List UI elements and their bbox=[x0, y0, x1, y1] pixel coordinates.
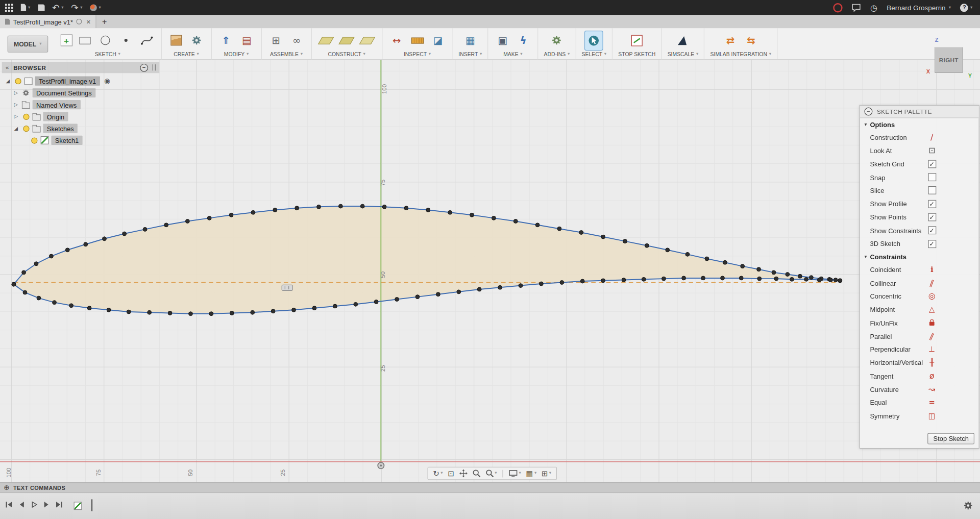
expand-text-commands-icon[interactable]: ⊕ bbox=[4, 484, 9, 491]
spline-point[interactable] bbox=[721, 276, 725, 280]
timeline-position-marker[interactable] bbox=[91, 499, 92, 511]
timeline-sketch-feature[interactable] bbox=[74, 501, 82, 512]
spline-point[interactable] bbox=[426, 208, 430, 212]
spline-point[interactable] bbox=[685, 252, 690, 256]
spline-point[interactable] bbox=[230, 311, 234, 315]
spline-point[interactable] bbox=[127, 310, 131, 314]
bulb-icon[interactable] bbox=[22, 113, 30, 119]
spline-icon[interactable] bbox=[138, 31, 155, 50]
equal-icon[interactable]: = bbox=[929, 399, 935, 407]
zoom-button[interactable] bbox=[471, 468, 482, 478]
spline-point[interactable] bbox=[601, 235, 605, 239]
spline-point[interactable] bbox=[415, 295, 420, 299]
redo-button[interactable]: ↷▾ bbox=[71, 3, 82, 12]
show-profile-checkbox[interactable]: ✓ bbox=[928, 200, 936, 208]
collapse-panel-icon[interactable]: « bbox=[6, 64, 9, 70]
spline-point[interactable] bbox=[539, 282, 543, 286]
look-at-icon[interactable]: ⊡ bbox=[928, 146, 935, 155]
spline-point[interactable] bbox=[251, 210, 255, 214]
spline-point[interactable] bbox=[828, 278, 832, 282]
fix-unfix-icon[interactable] bbox=[929, 319, 935, 327]
spline-point[interactable] bbox=[772, 270, 776, 275]
user-menu[interactable]: Bernard Grosperrin ▾ bbox=[887, 4, 951, 11]
panel-grip[interactable] bbox=[153, 64, 156, 70]
spline-point[interactable] bbox=[448, 210, 452, 214]
help-menu[interactable]: ? ▾ bbox=[960, 4, 972, 12]
spline-point[interactable] bbox=[23, 290, 27, 294]
spline-point[interactable] bbox=[292, 308, 296, 312]
spline-point[interactable] bbox=[622, 278, 626, 282]
previous-button[interactable] bbox=[17, 501, 26, 509]
save-button[interactable] bbox=[38, 4, 44, 11]
measure-icon[interactable]: ↔ bbox=[388, 31, 405, 50]
plane-offset-icon[interactable] bbox=[317, 31, 335, 50]
file-button[interactable]: ▾ bbox=[20, 4, 30, 11]
spline-point[interactable] bbox=[65, 248, 69, 252]
spline-point[interactable] bbox=[642, 277, 646, 281]
spline-point[interactable] bbox=[513, 219, 518, 224]
parallel-icon[interactable]: ∥ bbox=[930, 332, 934, 340]
spline-point[interactable] bbox=[498, 285, 502, 289]
simlab-import-icon[interactable]: ⇆ bbox=[742, 31, 760, 50]
curvature-icon[interactable]: ↝ bbox=[928, 385, 935, 393]
spline-point[interactable] bbox=[12, 282, 16, 286]
dimension-widget-icon[interactable] bbox=[282, 285, 292, 290]
spline-point[interactable] bbox=[601, 279, 605, 283]
spline-point[interactable] bbox=[519, 284, 523, 288]
spline-point[interactable] bbox=[122, 232, 127, 236]
spline-point[interactable] bbox=[804, 277, 808, 281]
undo-button[interactable]: ↶▾ bbox=[52, 3, 63, 12]
spline-point[interactable] bbox=[809, 276, 813, 280]
spline-point[interactable] bbox=[741, 264, 745, 268]
spline-point[interactable] bbox=[338, 204, 342, 208]
spline-point[interactable] bbox=[579, 231, 583, 235]
spline-point[interactable] bbox=[229, 213, 233, 217]
spline-point[interactable] bbox=[84, 242, 88, 246]
construction-icon[interactable]: ∕ bbox=[930, 133, 933, 141]
toolbar-group-label-stop-sketch[interactable]: STOP SKETCH bbox=[618, 51, 655, 57]
snap-checkbox[interactable] bbox=[928, 173, 936, 181]
toolbar-group-label-modify[interactable]: MODIFY▾ bbox=[224, 51, 249, 57]
new-component-icon[interactable]: ⊞ bbox=[267, 31, 285, 50]
bulb-icon[interactable] bbox=[30, 137, 38, 143]
press-pull-icon[interactable]: ⇑ bbox=[217, 31, 235, 50]
spline-point[interactable] bbox=[69, 304, 74, 308]
spline-point[interactable] bbox=[395, 298, 399, 302]
joint-icon[interactable]: ∞ bbox=[288, 31, 305, 50]
viewcube[interactable]: Z RIGHT X Y bbox=[919, 36, 978, 80]
spline-point[interactable] bbox=[774, 277, 778, 281]
spline-point[interactable] bbox=[682, 276, 686, 280]
browser-item-sketch1[interactable]: Sketch1 bbox=[2, 134, 160, 146]
plane-angle-icon[interactable] bbox=[338, 31, 355, 50]
spline-point[interactable] bbox=[295, 206, 299, 210]
collinear-icon[interactable]: ∥ bbox=[930, 279, 934, 287]
symmetry-icon[interactable]: ◫ bbox=[928, 412, 936, 420]
palette-section-constraints[interactable]: ▾Constraints bbox=[860, 251, 979, 263]
spline-point[interactable] bbox=[817, 278, 821, 282]
browser-item-testprofil-image-v1[interactable]: ◢TestProfil_image v1◉ bbox=[2, 75, 160, 87]
spline-point[interactable] bbox=[148, 310, 152, 314]
expand-arrow-icon[interactable]: ◢ bbox=[12, 126, 19, 131]
spline-point[interactable] bbox=[757, 277, 762, 281]
simlab-export-icon[interactable]: ⇄ bbox=[722, 31, 739, 50]
display-settings-button[interactable]: ▾ bbox=[507, 469, 522, 478]
sketch-palette-header[interactable]: − SKETCH PALETTE bbox=[860, 106, 979, 118]
spline-point[interactable] bbox=[645, 243, 649, 248]
spline-point[interactable] bbox=[560, 281, 564, 285]
toolbar-group-label-insert[interactable]: INSERT▾ bbox=[458, 51, 482, 57]
spline-point[interactable] bbox=[251, 310, 255, 314]
app-grid-button[interactable] bbox=[5, 4, 13, 12]
look-at-button[interactable]: ⊡ bbox=[447, 469, 455, 478]
spline-point[interactable] bbox=[333, 304, 337, 308]
spline-point[interactable] bbox=[37, 296, 41, 300]
spline-point[interactable] bbox=[185, 219, 189, 224]
section-icon[interactable]: ◪ bbox=[429, 31, 447, 50]
coincident-icon[interactable]: i bbox=[930, 266, 934, 274]
go-to-end-button[interactable] bbox=[55, 501, 63, 509]
toolbar-group-label-inspect[interactable]: INSPECT▾ bbox=[404, 51, 431, 57]
stop-sketch-button[interactable]: Stop Sketch bbox=[928, 433, 974, 444]
go-to-start-button[interactable] bbox=[5, 501, 13, 509]
offset-icon[interactable]: ▤ bbox=[238, 31, 255, 50]
spline-point[interactable] bbox=[757, 267, 761, 271]
spline-point[interactable] bbox=[317, 205, 321, 209]
